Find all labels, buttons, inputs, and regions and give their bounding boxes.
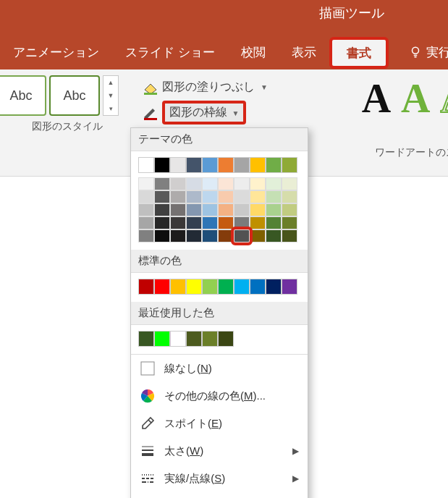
theme-color-swatch[interactable] xyxy=(250,157,266,173)
tab-format[interactable]: 書式 xyxy=(329,37,389,69)
theme-tint-swatch[interactable] xyxy=(234,177,250,190)
theme-color-swatch[interactable] xyxy=(186,157,202,173)
theme-tint-swatch[interactable] xyxy=(202,177,218,190)
theme-tint-swatch[interactable] xyxy=(266,229,282,242)
theme-tint-swatch[interactable] xyxy=(266,203,282,216)
standard-color-swatch[interactable] xyxy=(218,279,234,295)
theme-color-swatch[interactable] xyxy=(218,157,234,173)
theme-tint-swatch[interactable] xyxy=(170,229,186,242)
theme-tint-swatch[interactable] xyxy=(282,203,297,216)
weight-item[interactable]: 太さ(W) ▶ xyxy=(131,437,308,465)
theme-tint-swatch[interactable] xyxy=(186,203,202,216)
standard-color-swatch[interactable] xyxy=(138,279,154,295)
recent-color-swatch[interactable] xyxy=(202,331,218,347)
theme-tint-swatch[interactable] xyxy=(282,216,297,229)
theme-tint-swatch[interactable] xyxy=(266,177,282,190)
theme-tint-swatch[interactable] xyxy=(202,203,218,216)
theme-tint-swatch[interactable] xyxy=(154,203,170,216)
theme-tint-swatch[interactable] xyxy=(266,216,282,229)
theme-color-swatch[interactable] xyxy=(282,157,297,173)
theme-tint-swatch[interactable] xyxy=(138,229,154,242)
theme-tint-swatch[interactable] xyxy=(138,190,154,203)
tab-view[interactable]: 表示 xyxy=(279,35,329,69)
theme-color-swatch[interactable] xyxy=(202,157,218,173)
recent-color-swatch[interactable] xyxy=(154,331,170,347)
shape-outline-button[interactable]: 図形の枠線 ▼ xyxy=(139,99,271,126)
style-preset-1[interactable]: Abc xyxy=(0,75,46,116)
theme-tint-swatch[interactable] xyxy=(250,203,266,216)
theme-tint-swatch[interactable] xyxy=(154,216,170,229)
standard-color-swatch[interactable] xyxy=(202,279,218,295)
theme-tint-swatch[interactable] xyxy=(218,203,234,216)
wordart-preset-3[interactable]: A xyxy=(441,75,448,122)
theme-tint-swatch[interactable] xyxy=(186,177,202,190)
theme-tint-swatch[interactable] xyxy=(138,203,154,216)
theme-tint-swatch[interactable] xyxy=(250,190,266,203)
theme-tint-swatch[interactable] xyxy=(218,190,234,203)
theme-color-swatch[interactable] xyxy=(154,157,170,173)
theme-tint-swatch[interactable] xyxy=(154,229,170,242)
tab-review[interactable]: 校閲 xyxy=(228,35,279,69)
theme-tint-swatch[interactable] xyxy=(282,229,297,242)
theme-tint-swatch[interactable] xyxy=(138,177,154,190)
standard-color-swatch[interactable] xyxy=(170,279,186,295)
theme-tint-swatch[interactable] xyxy=(250,177,266,190)
recent-color-swatch[interactable] xyxy=(186,331,202,347)
theme-tint-swatch[interactable] xyxy=(170,216,186,229)
theme-tint-swatch[interactable] xyxy=(170,190,186,203)
tab-slideshow[interactable]: スライド ショー xyxy=(112,35,228,69)
theme-tint-swatch[interactable] xyxy=(170,177,186,190)
standard-color-swatch[interactable] xyxy=(282,279,297,295)
theme-color-swatch[interactable] xyxy=(138,157,154,173)
theme-tint-swatch[interactable] xyxy=(234,216,250,229)
eyedropper-item[interactable]: スポイト(E) xyxy=(131,410,308,437)
theme-tint-swatch[interactable] xyxy=(234,229,250,242)
theme-tint-swatch[interactable] xyxy=(202,190,218,203)
theme-colors-header: テーマの色 xyxy=(131,128,308,151)
theme-tint-swatch[interactable] xyxy=(266,190,282,203)
theme-color-swatch[interactable] xyxy=(234,157,250,173)
shape-styles-gallery[interactable]: Abc Abc ▲ ▼ ▾ xyxy=(0,75,119,116)
theme-tint-swatch[interactable] xyxy=(250,229,266,242)
theme-tint-swatch[interactable] xyxy=(186,229,202,242)
theme-tint-swatch[interactable] xyxy=(234,190,250,203)
theme-tint-swatch[interactable] xyxy=(186,216,202,229)
theme-tint-swatch[interactable] xyxy=(186,190,202,203)
theme-tint-swatch[interactable] xyxy=(154,177,170,190)
gallery-more-button[interactable]: ▲ ▼ ▾ xyxy=(103,75,119,116)
shape-fill-button[interactable]: 図形の塗りつぶし ▼ xyxy=(139,78,271,96)
standard-colors-header: 標準の色 xyxy=(131,250,308,273)
recent-color-swatch[interactable] xyxy=(170,331,186,347)
standard-color-swatch[interactable] xyxy=(250,279,266,295)
theme-tint-swatch[interactable] xyxy=(282,177,297,190)
theme-color-swatch[interactable] xyxy=(170,157,186,173)
theme-tint-swatch[interactable] xyxy=(250,216,266,229)
theme-tint-swatch[interactable] xyxy=(234,203,250,216)
standard-color-swatch[interactable] xyxy=(154,279,170,295)
style-preset-2[interactable]: Abc xyxy=(49,75,100,116)
theme-tint-swatch[interactable] xyxy=(202,216,218,229)
theme-tint-swatch[interactable] xyxy=(218,177,234,190)
arrows-item[interactable]: 矢印(R) ▶ xyxy=(131,492,308,498)
recent-color-swatch[interactable] xyxy=(218,331,234,347)
more-outline-colors-item[interactable]: その他の線の色(M)... xyxy=(131,382,308,410)
no-line-icon xyxy=(140,360,156,376)
theme-tint-swatch[interactable] xyxy=(202,229,218,242)
standard-color-swatch[interactable] xyxy=(266,279,282,295)
tell-me[interactable]: 実行し xyxy=(396,35,448,69)
no-outline-item[interactable]: 線なし(N) xyxy=(131,355,308,382)
theme-tint-swatch[interactable] xyxy=(154,190,170,203)
wordart-preset-2[interactable]: A xyxy=(401,75,430,122)
theme-tint-swatch[interactable] xyxy=(282,190,297,203)
standard-color-swatch[interactable] xyxy=(234,279,250,295)
dashes-item[interactable]: 実線/点線(S) ▶ xyxy=(131,465,308,492)
theme-tint-swatch[interactable] xyxy=(138,216,154,229)
theme-color-swatch[interactable] xyxy=(266,157,282,173)
theme-tint-swatch[interactable] xyxy=(170,203,186,216)
tab-animation[interactable]: アニメーション xyxy=(0,35,112,69)
recent-color-swatch[interactable] xyxy=(138,331,154,347)
wordart-preset-1[interactable]: A xyxy=(362,75,391,122)
theme-tint-swatch[interactable] xyxy=(218,229,234,242)
standard-color-swatch[interactable] xyxy=(186,279,202,295)
theme-tint-swatch[interactable] xyxy=(218,216,234,229)
